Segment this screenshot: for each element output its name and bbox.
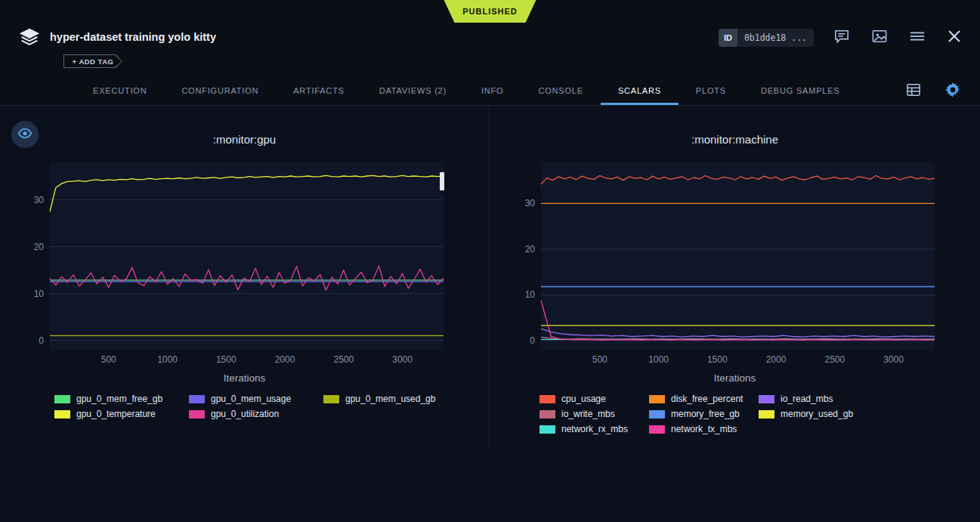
legend: cpu_usagedisk_free_percentio_read_mbsio_…	[539, 391, 895, 437]
svg-text:30: 30	[525, 198, 536, 208]
legend-label: memory_free_gb	[671, 409, 740, 419]
chart-panels: :monitor:gpu 010203050010001500200025003…	[0, 106, 980, 450]
svg-text:2500: 2500	[333, 354, 354, 365]
clearml-logo-icon	[18, 26, 41, 48]
tab-artifacts[interactable]: ARTIFACTS	[276, 76, 362, 105]
add-tag-button[interactable]: + ADD TAG	[63, 54, 122, 68]
chart-title-machine: :monitor:machine	[490, 133, 980, 146]
legend-label: gpu_0_mem_used_gb	[345, 394, 435, 404]
tab-bar: EXECUTION CONFIGURATION ARTIFACTS DATAVI…	[0, 76, 980, 106]
metrics-table-button[interactable]	[904, 82, 923, 100]
tab-dataviews[interactable]: DATAVIEWS (2)	[362, 76, 464, 105]
legend-item[interactable]: network_tx_mbs	[649, 422, 759, 437]
legend-label: io_write_mbs	[561, 409, 615, 419]
legend-swatch	[759, 395, 774, 403]
scalars-content: :monitor:gpu 010203050010001500200025003…	[0, 106, 980, 522]
legend-label: cpu_usage	[561, 394, 606, 404]
svg-text:20: 20	[34, 242, 45, 252]
id-value: 0b1dde18 ...	[737, 29, 814, 47]
svg-text:2500: 2500	[824, 354, 845, 365]
comment-button[interactable]	[832, 27, 852, 48]
table-icon	[906, 83, 921, 99]
tab-plots[interactable]: PLOTS	[679, 76, 744, 105]
add-tag-label: + ADD TAG	[64, 55, 122, 67]
legend-swatch	[649, 410, 665, 419]
tab-scalars[interactable]: SCALARS	[601, 76, 679, 105]
svg-text:10: 10	[525, 289, 536, 300]
close-button[interactable]	[945, 27, 963, 48]
legend-item[interactable]: gpu_0_mem_usage	[189, 391, 323, 406]
legend-swatch	[189, 395, 205, 403]
menu-icon	[909, 29, 926, 45]
trace-end-marker	[440, 172, 444, 190]
svg-text:2000: 2000	[275, 354, 295, 365]
tab-info[interactable]: INFO	[464, 76, 521, 105]
legend-swatch	[54, 410, 70, 419]
svg-text:500: 500	[101, 354, 116, 365]
svg-text:30: 30	[34, 195, 45, 205]
legend-label: memory_used_gb	[781, 409, 853, 419]
image-icon	[871, 29, 888, 46]
tabbar-actions	[904, 76, 962, 106]
tab-execution[interactable]: EXECUTION	[76, 76, 164, 105]
legend-item[interactable]: io_read_mbs	[759, 391, 868, 406]
svg-text:500: 500	[592, 354, 607, 365]
experiment-id-chip[interactable]: ID 0b1dde18 ...	[719, 29, 814, 47]
legend-item[interactable]: gpu_0_temperature	[54, 406, 189, 422]
svg-text:20: 20	[525, 244, 536, 255]
legend: gpu_0_mem_free_gbgpu_0_mem_usagegpu_0_me…	[54, 391, 478, 422]
machine-chart-panel: :monitor:machine 01020305001000150020002…	[490, 106, 980, 450]
legend-item[interactable]: memory_used_gb	[759, 406, 868, 422]
legend-swatch	[539, 410, 555, 419]
settings-button[interactable]	[944, 81, 962, 101]
details-menu-button[interactable]	[907, 28, 927, 47]
svg-text:0: 0	[39, 335, 44, 346]
legend-swatch	[649, 395, 665, 403]
legend-item[interactable]: memory_free_gb	[649, 406, 759, 422]
legend-item[interactable]: gpu_0_mem_free_gb	[54, 391, 189, 406]
gpu-chart-panel: :monitor:gpu 010203050010001500200025003…	[0, 106, 490, 450]
svg-text:2000: 2000	[766, 354, 787, 365]
legend-label: gpu_0_temperature	[76, 409, 156, 419]
gear-icon	[945, 82, 960, 100]
legend-item[interactable]: cpu_usage	[539, 391, 649, 406]
legend-swatch	[759, 410, 774, 419]
legend-label: gpu_0_mem_usage	[211, 394, 291, 404]
svg-text:3000: 3000	[392, 354, 413, 365]
tab-configuration[interactable]: CONFIGURATION	[164, 76, 276, 105]
svg-text:10: 10	[34, 289, 45, 299]
tab-console[interactable]: CONSOLE	[521, 76, 600, 105]
experiment-window: PUBLISHED hyper-dataset training yolo ki…	[0, 0, 980, 522]
comment-icon	[833, 29, 850, 46]
legend-swatch	[539, 395, 555, 403]
legend-swatch	[649, 425, 665, 434]
legend-swatch	[54, 395, 70, 403]
legend-label: io_read_mbs	[781, 394, 833, 404]
header-actions: ID 0b1dde18 ...	[719, 27, 963, 48]
x-axis-label-machine: Iterations	[490, 372, 980, 384]
legend-item[interactable]: network_rx_mbs	[539, 422, 649, 437]
legend-item[interactable]: disk_free_percent	[649, 391, 759, 406]
image-view-button[interactable]	[870, 27, 889, 48]
svg-text:1000: 1000	[157, 354, 178, 365]
tabs: EXECUTION CONFIGURATION ARTIFACTS DATAVI…	[76, 76, 857, 105]
machine-chart[interactable]: 010203050010001500200025003000	[514, 156, 941, 368]
legend-label: gpu_0_mem_free_gb	[76, 394, 162, 404]
legend-swatch	[323, 395, 339, 403]
svg-text:0: 0	[530, 335, 535, 346]
close-icon	[947, 29, 962, 46]
legend-label: network_rx_mbs	[561, 424, 628, 434]
id-label: ID	[719, 29, 737, 47]
legend-item[interactable]: io_write_mbs	[539, 406, 649, 422]
gpu-chart[interactable]: 010203050010001500200025003000	[23, 156, 450, 368]
svg-text:1500: 1500	[216, 354, 236, 365]
svg-text:3000: 3000	[883, 354, 904, 365]
svg-text:1500: 1500	[707, 354, 728, 365]
tab-debug-samples[interactable]: DEBUG SAMPLES	[744, 76, 858, 105]
hide-show-button[interactable]	[11, 121, 39, 148]
chart-title-gpu: :monitor:gpu	[0, 133, 489, 146]
experiment-title: hyper-dataset training yolo kitty	[50, 31, 216, 43]
legend-item[interactable]: gpu_0_mem_used_gb	[323, 391, 458, 406]
legend-item[interactable]: gpu_0_utilization	[189, 406, 323, 422]
legend-swatch	[539, 425, 555, 434]
